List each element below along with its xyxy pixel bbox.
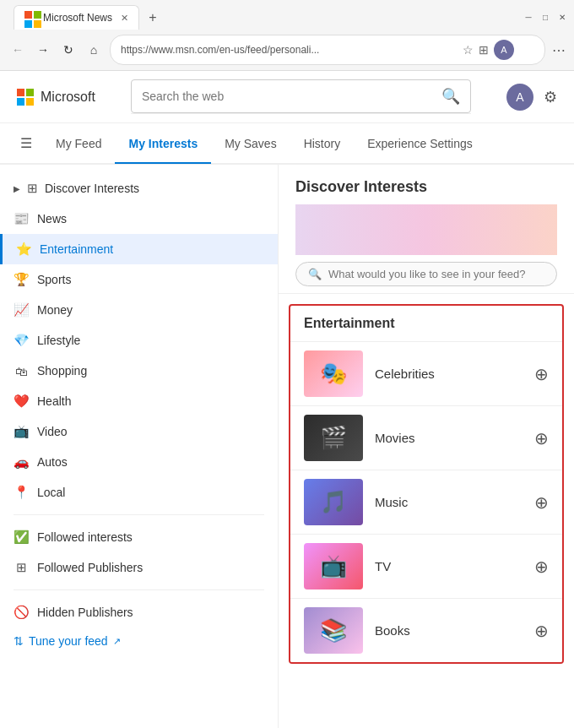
music-add-button[interactable]: ⊕: [534, 492, 549, 513]
address-input[interactable]: https://www.msn.com/en-us/feed/personali…: [110, 35, 545, 65]
movies-add-button[interactable]: ⊕: [534, 428, 549, 448]
discover-search-bar[interactable]: 🔍: [295, 262, 557, 286]
sidebar-item-news[interactable]: 📰 News: [0, 204, 278, 234]
forward-button[interactable]: →: [34, 43, 52, 57]
sidebar-item-local[interactable]: 📍 Local: [0, 477, 278, 508]
discover-header: Discover Interests 🔍: [279, 165, 574, 294]
sidebar-item-shopping[interactable]: 🛍 Shopping: [0, 356, 278, 386]
health-label: Health: [37, 394, 71, 408]
main-content: ▶ ⊞ Discover Interests 📰 News ⭐ Entertai…: [0, 165, 574, 728]
sidebar-discover-interests[interactable]: ▶ ⊞ Discover Interests: [0, 173, 278, 204]
news-icon: 📰: [14, 211, 29, 226]
search-icon[interactable]: 🔍: [441, 87, 460, 106]
header-search-area: 🔍: [131, 79, 471, 114]
hidden-publishers-icon: 🚫: [14, 605, 29, 620]
bookmark-icon[interactable]: ☆: [463, 43, 474, 57]
autos-icon: 🚗: [14, 454, 29, 470]
sidebar-item-sports[interactable]: 🏆 Sports: [0, 264, 278, 295]
local-icon: 📍: [14, 485, 29, 500]
browser-tab[interactable]: Microsoft News ✕: [14, 5, 139, 30]
discover-interests-label: Discover Interests: [45, 182, 139, 195]
search-bar[interactable]: 🔍: [131, 79, 471, 113]
interest-card-tv[interactable]: 📺 TV ⊕: [290, 534, 562, 598]
tune-feed-link[interactable]: ⇅ Tune your feed ↗: [0, 627, 278, 655]
ms-header: Microsoft 🔍 A ⚙: [0, 71, 574, 123]
ms-logo-text: Microsoft: [41, 90, 95, 105]
sidebar-item-followed-publishers[interactable]: ⊞ Followed Publishers: [0, 552, 278, 583]
sports-icon: 🏆: [14, 272, 29, 287]
logo-sq3: [17, 98, 24, 106]
ms-squares-logo: [17, 89, 34, 106]
interest-card-books[interactable]: 📚 Books ⊕: [290, 598, 562, 662]
tab-my-interests[interactable]: My Interests: [115, 125, 211, 164]
hamburger-menu[interactable]: ☰: [17, 123, 35, 163]
header-right: A ⚙: [506, 84, 557, 111]
books-image: 📚: [304, 607, 363, 654]
home-button[interactable]: ⌂: [84, 43, 103, 57]
sidebar-divider-2: [14, 589, 264, 590]
back-button[interactable]: ←: [8, 43, 27, 57]
address-profile-avatar[interactable]: A: [494, 40, 514, 60]
lifestyle-icon: 💎: [14, 333, 29, 348]
sports-label: Sports: [37, 273, 71, 286]
window-controls: ─ □ ✕: [523, 13, 567, 23]
local-label: Local: [37, 486, 65, 499]
logo-sq1: [17, 89, 24, 96]
address-text: https://www.msn.com/en-us/feed/personali…: [121, 44, 463, 56]
tab-close-button[interactable]: ✕: [121, 13, 128, 24]
sidebar-item-entertainment[interactable]: ⭐ Entertainment: [0, 234, 278, 264]
sidebar-item-health[interactable]: ❤️ Health: [0, 386, 278, 416]
video-label: Video: [37, 425, 68, 438]
screenshot-icon[interactable]: ⊞: [479, 43, 489, 57]
tv-add-button[interactable]: ⊕: [534, 557, 549, 577]
music-image: 🎵: [304, 479, 363, 525]
restore-button[interactable]: □: [540, 13, 550, 23]
sidebar-item-video[interactable]: 📺 Video: [0, 416, 278, 447]
movies-label: Movies: [375, 431, 523, 445]
browser-menu-button[interactable]: ⋯: [552, 42, 566, 58]
browser-chrome: Microsoft News ✕ + ─ □ ✕ ← → ↻ ⌂ https:/…: [0, 0, 574, 71]
interest-card-music[interactable]: 🎵 Music ⊕: [290, 470, 562, 534]
tune-feed-external-icon: ↗: [113, 636, 121, 647]
tab-my-feed[interactable]: My Feed: [42, 125, 115, 162]
interest-card-movies[interactable]: 🎬 Movies ⊕: [290, 405, 562, 470]
sidebar-item-followed-interests[interactable]: ✅ Followed interests: [0, 522, 278, 552]
news-label: News: [37, 212, 67, 225]
entertainment-icon: ⭐: [16, 242, 31, 257]
money-label: Money: [37, 303, 73, 317]
money-icon: 📈: [14, 302, 29, 318]
refresh-button[interactable]: ↻: [59, 43, 78, 57]
new-tab-button[interactable]: +: [143, 8, 163, 28]
settings-icon[interactable]: ⚙: [544, 88, 557, 106]
movies-image: 🎬: [304, 415, 363, 461]
interest-card-celebrities[interactable]: 🎭 Celebrities ⊕: [290, 341, 562, 405]
books-add-button[interactable]: ⊕: [534, 621, 549, 641]
followed-interests-label: Followed interests: [37, 530, 133, 544]
address-icons: ☆ ⊞ A: [463, 40, 514, 60]
lifestyle-label: Lifestyle: [37, 334, 80, 347]
close-button[interactable]: ✕: [557, 13, 567, 23]
title-bar: Microsoft News ✕ + ─ □ ✕: [0, 0, 574, 30]
tab-history[interactable]: History: [290, 125, 355, 162]
tab-my-saves[interactable]: My Saves: [211, 125, 290, 162]
discover-search-input[interactable]: [328, 268, 544, 280]
tv-image: 📺: [304, 543, 363, 589]
search-input[interactable]: [142, 90, 435, 103]
sidebar-item-hidden-publishers[interactable]: 🚫 Hidden Publishers: [0, 597, 278, 627]
minimize-button[interactable]: ─: [523, 13, 533, 23]
sidebar: ▶ ⊞ Discover Interests 📰 News ⭐ Entertai…: [0, 165, 279, 728]
nav-tabs: ☰ My Feed My Interests My Saves History …: [0, 123, 574, 165]
discover-arrow-icon: ▶: [14, 184, 20, 193]
tab-title: Microsoft News: [43, 12, 112, 24]
entertainment-panel-title: Entertainment: [290, 306, 562, 341]
shopping-icon: 🛍: [14, 363, 29, 378]
header-avatar[interactable]: A: [506, 84, 533, 111]
sidebar-item-money[interactable]: 📈 Money: [0, 295, 278, 325]
celebrities-add-button[interactable]: ⊕: [534, 364, 549, 384]
shopping-label: Shopping: [37, 364, 87, 378]
sidebar-item-autos[interactable]: 🚗 Autos: [0, 447, 278, 477]
sidebar-item-lifestyle[interactable]: 💎 Lifestyle: [0, 325, 278, 356]
tab-experience-settings[interactable]: Experience Settings: [354, 125, 486, 162]
books-label: Books: [375, 623, 523, 638]
right-panel: Discover Interests 🔍 Entertainment 🎭 Cel…: [279, 165, 574, 728]
